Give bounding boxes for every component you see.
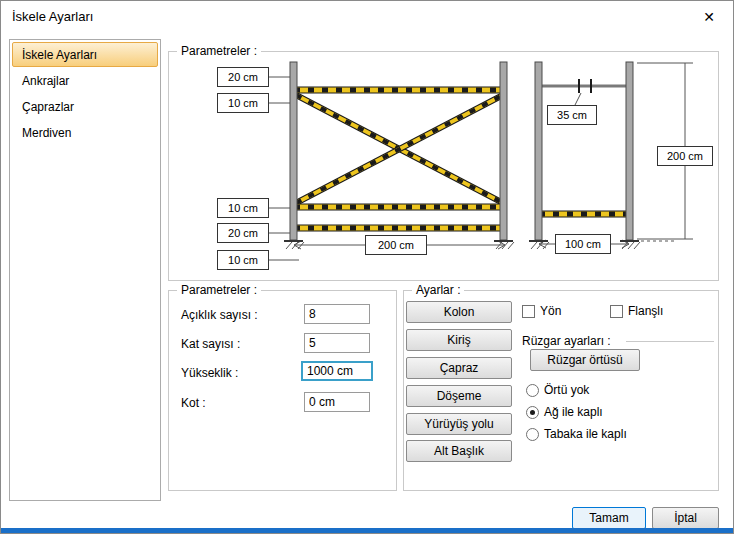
alt-baslik-button[interactable]: Alt Başlık [406,440,512,462]
dim-label-35cm: 35 cm [547,105,597,125]
sidebar-item-label: Merdiven [22,126,71,140]
settings-group-label: Ayarlar : [412,283,464,297]
bottom-accent-bar [1,528,733,534]
dim-label-span-200cm: 200 cm [365,235,427,255]
elevation-input[interactable] [304,392,370,412]
settings-group: Ayarlar : Kolon Kiriş Çapraz Döşeme Yürü… [403,290,719,491]
ruzgar-ortusu-button[interactable]: Rüzgar örtüsü [530,349,640,371]
dim-label-10cm-bottom: 10 cm [217,250,269,270]
radio-ortu-yok-circle[interactable] [526,384,539,397]
radio-ortu-yok-label: Örtü yok [544,383,589,397]
dim-label-10cm-top: 10 cm [217,93,269,113]
title-bar: İskele Ayarları ✕ [1,1,733,31]
yuruyus-yolu-button[interactable]: Yürüyüş yolu [406,413,512,435]
sidebar-item-label: İskele Ayarları [22,48,97,62]
dim-label-20cm-bottom: 20 cm [217,223,269,243]
category-list: İskele Ayarları Ankrajlar Çaprazlar Merd… [9,39,161,501]
dim-label-width-100cm: 100 cm [555,234,611,254]
flansli-checkbox[interactable]: Flanşlı [610,304,663,318]
doseme-button[interactable]: Döşeme [406,385,512,407]
dim-label-20cm-top: 20 cm [217,67,269,87]
elevation-label: Kot : [181,396,206,410]
sidebar-item-merdiven[interactable]: Merdiven [12,120,158,145]
window-title: İskele Ayarları [12,9,93,24]
sidebar-item-ankrajlar[interactable]: Ankrajlar [12,68,158,93]
radio-tabaka-ile-kapli-label: Tabaka ile kaplı [544,427,627,441]
radio-tabaka-ile-kapli[interactable]: Tabaka ile kaplı [526,427,627,441]
sidebar-item-label: Çaprazlar [22,100,74,114]
ok-button[interactable]: Tamam [572,507,646,529]
dim-label-height-200cm: 200 cm [657,146,713,166]
height-input[interactable] [301,361,373,381]
sidebar-item-label: Ankrajlar [22,74,69,88]
scaffold-settings-dialog: İskele Ayarları ✕ İskele Ayarları Ankraj… [0,0,734,534]
wind-settings-separator [626,341,714,342]
sidebar-item-caprazlar[interactable]: Çaprazlar [12,94,158,119]
floor-count-input[interactable] [304,333,370,353]
yon-checkbox-label: Yön [540,304,561,318]
yon-checkbox-box[interactable] [522,305,535,318]
span-count-label: Açıklık sayısı : [181,308,258,322]
radio-ag-ile-kapli[interactable]: Ağ ile kaplı [526,405,603,419]
capraz-button[interactable]: Çapraz [406,357,512,379]
flansli-checkbox-box[interactable] [610,305,623,318]
yon-checkbox[interactable]: Yön [522,304,561,318]
radio-ag-ile-kapli-label: Ağ ile kaplı [544,405,603,419]
wind-settings-label: Rüzgar ayarları : [522,334,611,348]
parameters-group: Parametreler : Açıklık sayısı : Kat sayı… [168,290,397,491]
height-label: Yükseklik : [181,366,238,380]
radio-ag-ile-kapli-circle[interactable] [526,406,539,419]
close-icon[interactable]: ✕ [699,7,719,27]
radio-tabaka-ile-kapli-circle[interactable] [526,428,539,441]
dim-label-10cm-mid: 10 cm [217,198,269,218]
span-count-input[interactable] [304,304,370,324]
radio-ortu-yok[interactable]: Örtü yok [526,383,589,397]
kiris-button[interactable]: Kiriş [406,329,512,351]
sidebar-item-iskele-ayarlari[interactable]: İskele Ayarları [12,42,158,67]
floor-count-label: Kat sayısı : [181,337,240,351]
kolon-button[interactable]: Kolon [406,301,512,323]
parameters-group-label: Parametreler : [177,283,261,297]
diagram-group: Parametreler : [168,51,719,281]
flansli-checkbox-label: Flanşlı [628,304,663,318]
cancel-button[interactable]: İptal [652,507,719,529]
